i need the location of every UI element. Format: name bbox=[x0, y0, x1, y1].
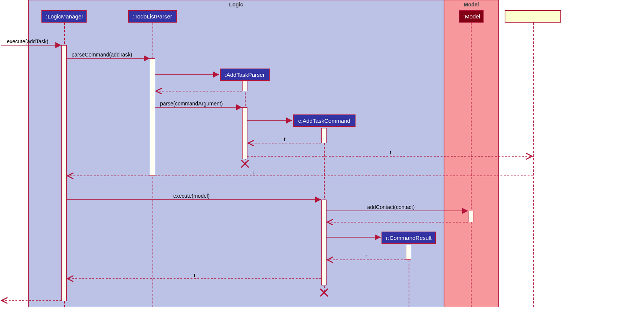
activation-addtaskparser-2 bbox=[242, 107, 247, 159]
logic-frame: Logic bbox=[28, 0, 444, 307]
participant-contactlistparser: :ContactListParser bbox=[505, 10, 561, 23]
activation-todolistparser bbox=[150, 58, 155, 176]
participant-commandresult: r:CommandResult bbox=[382, 232, 436, 244]
participant-todolistparser: :TodoListParser bbox=[128, 10, 177, 23]
activation-addtaskcommand-1 bbox=[321, 128, 327, 143]
msg-addcontact: addContact(contact) bbox=[367, 204, 415, 210]
participant-addtaskparser: :AddTaskParser bbox=[220, 69, 270, 81]
lifeline-model bbox=[471, 23, 472, 307]
destroy-icon bbox=[319, 288, 328, 297]
participant-label: :LogicManager bbox=[46, 13, 83, 20]
activation-addtaskcommand-2 bbox=[321, 200, 327, 285]
msg-return-t1: t bbox=[284, 136, 285, 142]
participant-addtaskcommand: c:AddTaskCommand bbox=[293, 114, 356, 127]
model-title: Model bbox=[464, 2, 479, 8]
msg-return-r1: r bbox=[365, 253, 367, 259]
participant-model: :Model bbox=[459, 10, 484, 23]
msg-parsecommand: parseCommand(addTask) bbox=[72, 52, 132, 58]
msg-execute-addtask: execute(addTask) bbox=[7, 38, 49, 44]
participant-label: :TodoListParser bbox=[133, 13, 172, 20]
participant-logicmanager: :LogicManager bbox=[41, 10, 87, 23]
destroy-icon bbox=[240, 159, 249, 168]
activation-logicmanager bbox=[61, 45, 67, 301]
msg-execute-model: execute(model) bbox=[173, 193, 210, 199]
msg-return-t2: t bbox=[390, 149, 391, 156]
activation-commandresult bbox=[406, 245, 411, 260]
logic-title: Logic bbox=[229, 2, 243, 8]
activation-model bbox=[468, 211, 473, 222]
msg-return-r2: r bbox=[194, 272, 196, 278]
lifeline-contactlistparser bbox=[533, 23, 534, 307]
activation-addtaskparser-1 bbox=[242, 81, 247, 91]
participant-label: r:CommandResult bbox=[386, 235, 432, 241]
sequence-diagram: Logic Model :LogicManager :TodoListParse… bbox=[0, 0, 572, 309]
msg-return-t3: t bbox=[252, 169, 254, 175]
msg-parse-arg: parse(commandArgument) bbox=[160, 101, 223, 107]
participant-label: :ContactListParser bbox=[510, 13, 556, 20]
participant-label: :Model bbox=[463, 13, 480, 20]
participant-label: :AddTaskParser bbox=[225, 72, 265, 78]
participant-label: c:AddTaskCommand bbox=[298, 117, 350, 124]
